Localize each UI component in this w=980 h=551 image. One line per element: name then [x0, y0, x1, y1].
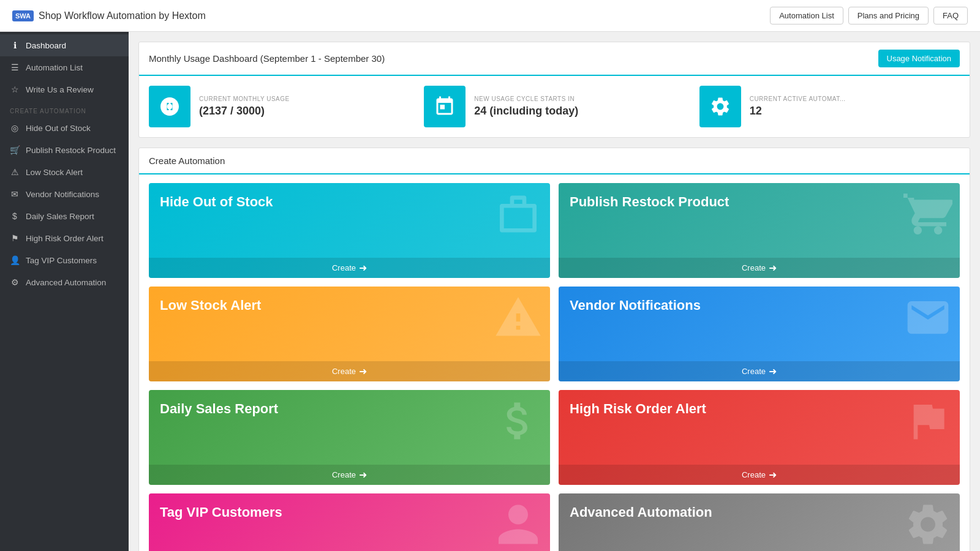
card-sales-title: Daily Sales Report [160, 401, 406, 417]
warning-bg-icon [494, 293, 543, 345]
sidebar-item-low-stock-alert[interactable]: ⚠ Low Stock Alert [0, 161, 129, 183]
warning-icon: ⚠ [10, 167, 20, 177]
stat-new-cycle-text: NEW USAGE CYCLE STARTS IN 24 (including … [474, 96, 578, 118]
stat-new-cycle-value: 24 (including today) [474, 105, 578, 118]
person-bg-icon [494, 500, 543, 551]
sidebar-label-advanced-automation: Advanced Automation [26, 278, 106, 287]
card-vendor-title: Vendor Notifications [570, 298, 816, 313]
speedometer-icon [159, 96, 181, 118]
gear-icon: ⚙ [10, 277, 20, 287]
card-publish-restock-product[interactable]: Publish Restock Product Create ➜ [559, 183, 960, 278]
active-automations-icon-box [699, 86, 741, 127]
monthly-usage-icon-box [149, 86, 190, 127]
stat-monthly-usage: CURRENT MONTHLY USAGE (2137 / 3000) [149, 86, 409, 127]
app-logo: SWA Shop Workflow Automation by Hextom [12, 10, 206, 21]
card-high-risk-footer[interactable]: Create ➜ [559, 465, 960, 485]
stats-row: CURRENT MONTHLY USAGE (2137 / 3000) NEW … [139, 76, 970, 137]
stat-active-automations-value: 12 [750, 105, 846, 118]
top-nav-buttons: Automation List Plans and Pricing FAQ [770, 7, 968, 24]
card-vendor-create-label: Create [742, 367, 766, 376]
top-nav: SWA Shop Workflow Automation by Hextom A… [0, 0, 980, 32]
stat-monthly-usage-value: (2137 / 3000) [199, 105, 290, 118]
cart-bg-icon [903, 190, 952, 241]
sidebar-item-automation-list[interactable]: ☰ Automation List [0, 56, 129, 78]
card-hide-out-of-stock-body: Hide Out of Stock [149, 183, 550, 258]
sidebar-item-advanced-automation[interactable]: ⚙ Advanced Automation [0, 271, 129, 293]
card-publish-restock-title: Publish Restock Product [570, 194, 816, 210]
create-automation-header: Create Automation [139, 148, 970, 174]
card-publish-restock-body: Publish Restock Product [559, 183, 960, 258]
stat-new-cycle-label: NEW USAGE CYCLE STARTS IN [474, 96, 578, 102]
sidebar: ℹ Dashboard ☰ Automation List ☆ Write Us… [0, 32, 129, 551]
card-advanced-automation[interactable]: Advanced Automation Create ➜ [559, 493, 960, 551]
card-hide-out-of-stock-title: Hide Out of Stock [160, 194, 406, 210]
sidebar-label-dashboard: Dashboard [26, 41, 66, 50]
create-arrow-icon-6: ➜ [769, 469, 777, 481]
card-tag-vip-customers[interactable]: Tag VIP Customers Create ➜ [149, 493, 550, 551]
sidebar-item-write-review[interactable]: ☆ Write Us a Review [0, 78, 129, 100]
create-automation-section-label: CREATE AUTOMATION [0, 100, 129, 117]
card-publish-restock-footer[interactable]: Create ➜ [559, 258, 960, 278]
card-high-risk-body: High Risk Order Alert [559, 390, 960, 465]
card-low-stock-title: Low Stock Alert [160, 298, 406, 313]
create-automation-panel: Create Automation Hide Out of Stock Crea… [138, 148, 970, 551]
card-sales-create-label: Create [332, 470, 356, 479]
stat-monthly-usage-text: CURRENT MONTHLY USAGE (2137 / 3000) [199, 96, 290, 118]
gear-large-bg-icon [903, 500, 952, 551]
card-hide-out-of-stock[interactable]: Hide Out of Stock Create ➜ [149, 183, 550, 278]
app-title: Shop Workflow Automation by Hextom [39, 10, 206, 21]
sidebar-item-vendor-notifications[interactable]: ✉ Vendor Notifications [0, 183, 129, 205]
usage-notification-button[interactable]: Usage Notification [878, 50, 960, 67]
sidebar-label-tag-vip: Tag VIP Customers [26, 256, 97, 265]
card-high-risk-title: High Risk Order Alert [570, 401, 816, 417]
dashboard-title: Monthly Usage Dashboard (September 1 - S… [149, 53, 385, 64]
card-daily-sales-report[interactable]: Daily Sales Report Create ➜ [149, 390, 550, 485]
card-low-stock-alert[interactable]: Low Stock Alert Create ➜ [149, 287, 550, 381]
box-bg-icon [494, 190, 543, 241]
sidebar-item-high-risk-order[interactable]: ⚑ High Risk Order Alert [0, 227, 129, 249]
sidebar-item-daily-sales-report[interactable]: $ Daily Sales Report [0, 205, 129, 227]
stat-monthly-usage-label: CURRENT MONTHLY USAGE [199, 96, 290, 102]
list-icon: ☰ [10, 62, 20, 72]
stat-active-automations: CURRENT ACTIVE AUTOMAT... 12 [699, 86, 960, 127]
envelope-icon: ✉ [10, 189, 20, 199]
content-area: Monthly Usage Dashboard (September 1 - S… [129, 32, 980, 551]
card-hide-out-of-stock-footer[interactable]: Create ➜ [149, 258, 550, 278]
cart-icon: 🛒 [10, 145, 20, 155]
card-low-stock-footer[interactable]: Create ➜ [149, 361, 550, 381]
sidebar-item-tag-vip[interactable]: 👤 Tag VIP Customers [0, 249, 129, 271]
calendar-icon [434, 96, 456, 118]
automation-grid: Hide Out of Stock Create ➜ Publish Resto… [139, 174, 970, 551]
create-arrow-icon-3: ➜ [359, 365, 367, 377]
dollar-bg-icon [494, 397, 543, 448]
sidebar-item-publish-restock[interactable]: 🛒 Publish Restock Product [0, 139, 129, 161]
card-vendor-footer[interactable]: Create ➜ [559, 361, 960, 381]
card-vip-body: Tag VIP Customers [149, 493, 550, 551]
faq-nav-btn[interactable]: FAQ [933, 7, 968, 24]
card-hide-out-of-stock-create-label: Create [332, 263, 356, 272]
automation-list-nav-btn[interactable]: Automation List [770, 7, 843, 24]
info-icon: ℹ [10, 40, 20, 50]
logo-badge: SWA [12, 10, 34, 21]
flag-icon: ⚑ [10, 233, 20, 243]
dollar-icon: $ [10, 211, 20, 221]
card-vendor-notifications[interactable]: Vendor Notifications Create ➜ [559, 287, 960, 381]
card-high-risk-order-alert[interactable]: High Risk Order Alert Create ➜ [559, 390, 960, 485]
stat-new-cycle: NEW USAGE CYCLE STARTS IN 24 (including … [424, 86, 684, 127]
card-advanced-title: Advanced Automation [570, 504, 816, 520]
card-low-stock-create-label: Create [332, 367, 356, 376]
flag-bg-icon [903, 397, 952, 448]
card-sales-footer[interactable]: Create ➜ [149, 465, 550, 485]
sidebar-label-high-risk-order: High Risk Order Alert [26, 234, 104, 243]
create-arrow-icon-5: ➜ [359, 469, 367, 481]
sidebar-label-vendor-notifications: Vendor Notifications [26, 190, 99, 199]
card-publish-restock-create-label: Create [742, 263, 766, 272]
sidebar-item-dashboard[interactable]: ℹ Dashboard [0, 34, 129, 56]
sidebar-label-low-stock-alert: Low Stock Alert [26, 168, 83, 177]
create-arrow-icon: ➜ [359, 262, 367, 274]
person-icon: 👤 [10, 255, 20, 265]
plans-pricing-nav-btn[interactable]: Plans and Pricing [848, 7, 929, 24]
sidebar-item-hide-out-of-stock[interactable]: ◎ Hide Out of Stock [0, 117, 129, 139]
card-high-risk-create-label: Create [742, 470, 766, 479]
circle-icon: ◎ [10, 123, 20, 133]
